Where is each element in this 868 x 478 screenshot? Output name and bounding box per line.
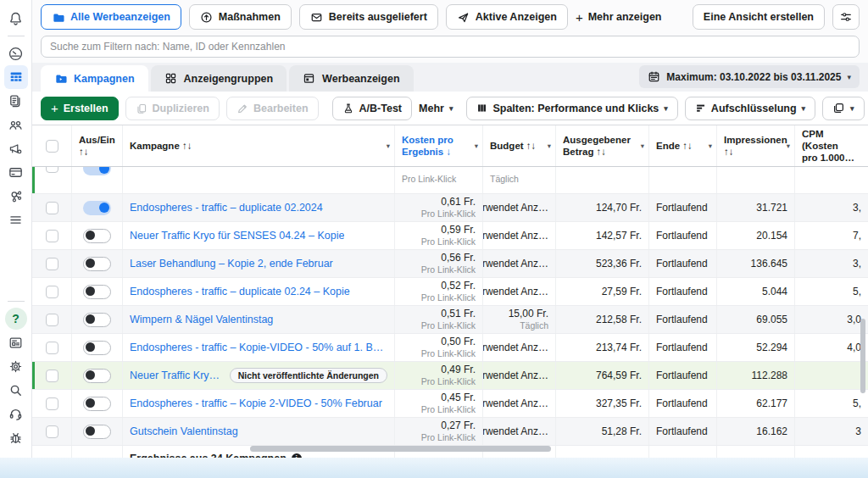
- asset-network-icon[interactable]: [4, 184, 28, 208]
- show-more-filters-button[interactable]: + Mehr anzeigen: [576, 11, 662, 24]
- campaign-name-link[interactable]: Endospheres - traffic – duplicate 02.24 …: [130, 286, 350, 297]
- chevron-down-icon: ▾: [449, 104, 453, 113]
- page-background-band: [0, 458, 868, 478]
- audiences-people-icon[interactable]: [4, 113, 28, 136]
- columns-button[interactable]: Spalten: Performance und Klicks ▾: [466, 97, 677, 120]
- impressions-value: 20.154: [756, 230, 787, 242]
- campaign-name-link[interactable]: Laser Behandlung – Kopie 2, ende Februar: [130, 258, 333, 270]
- campaign-toggle[interactable]: [83, 167, 111, 175]
- filter-actions[interactable]: Maßnahmen: [189, 4, 292, 30]
- filter-settings-button[interactable]: [832, 4, 860, 30]
- chevron-down-icon[interactable]: ▾: [387, 140, 390, 152]
- column-header-kampagne[interactable]: Kampagne ↑↓ ▾: [123, 125, 395, 166]
- campaign-name-link[interactable]: Wimpern & Nägel Valentinstag: [130, 314, 273, 325]
- ads-megaphone-icon[interactable]: [4, 136, 28, 160]
- cost-per-result-unit: Pro Link-Klick: [421, 376, 476, 387]
- create-view-button[interactable]: Eine Ansicht erstellen: [693, 4, 825, 30]
- billing-card-icon[interactable]: [4, 160, 28, 184]
- end-value: Fortlaufend: [656, 397, 708, 410]
- row-checkbox[interactable]: [46, 167, 58, 173]
- cpm-value: 3,0: [847, 314, 861, 326]
- end-value: Fortlaufend: [656, 314, 708, 326]
- campaign-name-link[interactable]: Endospheres - traffic – Kopie 2-VIDEO - …: [130, 397, 382, 409]
- report-bug-icon[interactable]: [4, 425, 28, 449]
- campaign-toggle[interactable]: [83, 257, 111, 271]
- tab-anzeigengruppen[interactable]: Anzeigengruppen: [151, 65, 287, 92]
- column-header-onoff[interactable]: Aus/Ein↑↓: [72, 125, 123, 166]
- chevron-down-icon[interactable]: ▾: [709, 140, 712, 152]
- campaign-name-link[interactable]: Neuer Traffic Kryo für SENSES 04.24 – Ko…: [130, 230, 344, 242]
- pages-icon[interactable]: [4, 89, 28, 113]
- campaign-toggle[interactable]: [83, 425, 111, 439]
- column-header-ende[interactable]: Ende ↑↓ ▾: [649, 125, 717, 166]
- campaign-name-link[interactable]: Endospheres - traffic – Kopie-VIDEO - 50…: [130, 342, 387, 353]
- end-value: Fortlaufend: [656, 230, 708, 242]
- reports-button[interactable]: ▾: [822, 97, 865, 120]
- create-button[interactable]: + Erstellen: [41, 97, 119, 120]
- filter-all-ads[interactable]: Alle Werbeanzeigen: [41, 4, 181, 30]
- updates-newspaper-icon[interactable]: [4, 331, 28, 354]
- ab-test-button[interactable]: A/B-Test: [332, 97, 412, 120]
- row-checkbox[interactable]: [46, 286, 58, 298]
- edit-button[interactable]: Bearbeiten: [226, 97, 319, 120]
- column-header-impressionen[interactable]: Impressionen ↑↓ ▾: [717, 125, 795, 166]
- chevron-down-icon[interactable]: ▾: [641, 140, 644, 152]
- search-input[interactable]: [41, 36, 860, 58]
- impressions-value: 16.162: [756, 425, 787, 438]
- column-header-ausgegebener-betrag[interactable]: AusgegebenerBetrag ↑↓ ▾: [556, 125, 649, 166]
- cpm-value: 3: [855, 425, 861, 438]
- horizontal-scrollbar[interactable]: [250, 446, 551, 452]
- chevron-down-icon[interactable]: ▾: [787, 140, 790, 152]
- row-checkbox[interactable]: [46, 370, 58, 382]
- campaign-toggle[interactable]: [83, 341, 111, 355]
- chevron-down-icon[interactable]: ▾: [475, 140, 478, 152]
- table-row: Gutschein Valentinstag 0,27 Fr. Pro Link…: [32, 418, 868, 446]
- tab-werbeanzeigen[interactable]: Werbeanzeigen: [289, 65, 413, 92]
- row-checkbox[interactable]: [46, 258, 58, 270]
- filter-already-delivered[interactable]: Bereits ausgeliefert: [299, 4, 438, 30]
- vertical-scrollbar[interactable]: [860, 319, 865, 393]
- row-checkbox[interactable]: [46, 314, 58, 326]
- duplicate-button[interactable]: Duplizieren: [125, 97, 220, 120]
- table-row-partial: Pro Link-Klick Täglich: [32, 167, 868, 194]
- chevron-down-icon[interactable]: ▾: [548, 140, 551, 152]
- campaign-toggle[interactable]: [83, 397, 111, 411]
- row-checkbox[interactable]: [46, 397, 58, 410]
- filter-label: Alle Werbeanzeigen: [70, 11, 170, 23]
- column-header-budget[interactable]: Budget ↑↓ ▾: [483, 125, 556, 166]
- campaigns-table-icon[interactable]: [4, 65, 28, 89]
- tab-kampagnen[interactable]: Kampagnen: [41, 65, 148, 92]
- row-checkbox[interactable]: [46, 425, 58, 438]
- cost-per-result-value: 0,52 Fr.: [441, 280, 476, 292]
- campaign-toggle[interactable]: [83, 201, 111, 215]
- row-checkbox[interactable]: [46, 230, 58, 242]
- campaign-name-link[interactable]: Gutschein Valentinstag: [130, 425, 238, 437]
- campaign-toggle[interactable]: [83, 369, 111, 383]
- search-icon[interactable]: [4, 378, 28, 402]
- filter-active-ads[interactable]: Aktive Anzeigen: [446, 4, 568, 30]
- breakdown-button[interactable]: Aufschlüsselung ▾: [685, 97, 815, 120]
- more-button[interactable]: Mehr ▾: [419, 103, 453, 114]
- menu-icon[interactable]: [4, 208, 28, 231]
- campaign-toggle[interactable]: [83, 313, 111, 327]
- column-header-cpm[interactable]: CPM (Kostenpro 1.000…: [795, 125, 868, 166]
- filter-label: Maßnahmen: [219, 11, 281, 23]
- amount-spent-value: 213,74 Fr.: [596, 342, 642, 354]
- campaign-name-link[interactable]: Endospheres - traffic – duplicate 02.202…: [130, 202, 323, 214]
- support-headset-icon[interactable]: [4, 402, 28, 425]
- help-icon[interactable]: ?: [4, 307, 28, 331]
- campaign-toggle[interactable]: [83, 285, 111, 299]
- sidebar-divider-bottom: [8, 301, 25, 302]
- date-range-selector[interactable]: Maximum: 03.10.2022 bis 03.11.2025 ▾: [639, 65, 860, 88]
- campaign-name-link[interactable]: Neuer Traffic Kryo für SENSES 04...: [130, 370, 223, 381]
- row-checkbox[interactable]: [46, 342, 58, 354]
- row-checkbox[interactable]: [46, 202, 58, 214]
- notifications-bell-icon[interactable]: [4, 7, 28, 31]
- cost-per-result-unit: Pro Link-Klick: [421, 320, 476, 331]
- campaign-toggle[interactable]: [83, 229, 111, 243]
- settings-gear-icon[interactable]: [4, 354, 28, 378]
- dashboard-gauge-icon[interactable]: [4, 42, 28, 65]
- column-header-kosten[interactable]: Kosten proErgebnis ↓ ▾: [395, 125, 483, 166]
- select-all-checkbox[interactable]: [46, 140, 58, 153]
- info-icon[interactable]: i: [292, 453, 302, 459]
